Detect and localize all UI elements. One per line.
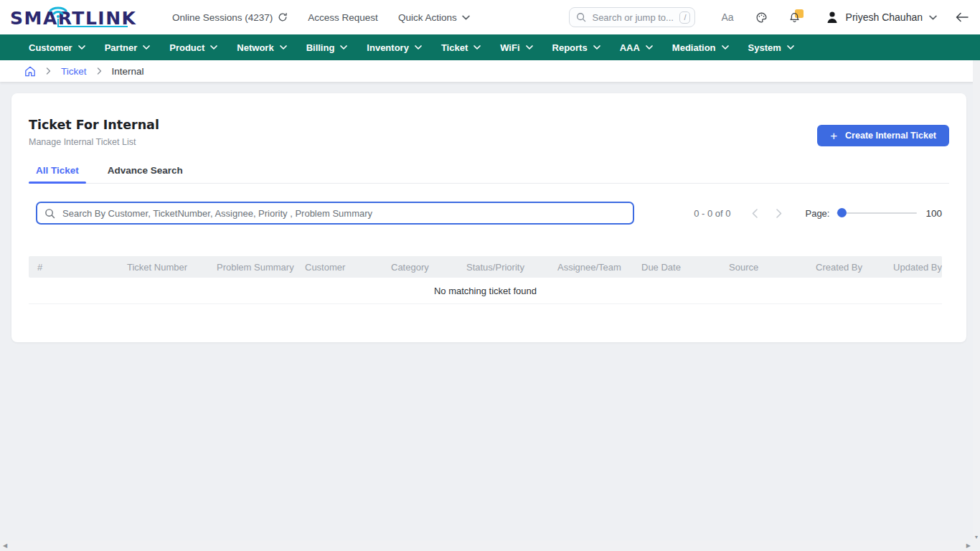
chevron-down-icon <box>78 45 85 50</box>
global-search[interactable]: / <box>569 7 695 27</box>
nav-item[interactable]: Inventory <box>367 42 422 53</box>
chevron-down-icon <box>526 45 533 50</box>
chevron-down-icon <box>340 45 347 50</box>
refresh-icon[interactable] <box>278 12 288 22</box>
avatar-icon <box>825 10 839 24</box>
access-request-label: Access Request <box>308 12 378 23</box>
chevron-down-icon <box>210 45 217 50</box>
chevron-down-icon <box>929 15 937 20</box>
slider-track <box>837 212 917 214</box>
card-header: Ticket For Internal Manage Internal Tick… <box>11 93 966 147</box>
pagination-range: 0 - 0 of 0 <box>694 208 730 219</box>
table-column-header: Updated By <box>885 262 942 273</box>
nav-item[interactable]: Partner <box>105 42 151 53</box>
title-block: Ticket For Internal Manage Internal Tick… <box>29 118 159 147</box>
horizontal-scrollbar[interactable]: ◀ ▶ <box>0 540 980 551</box>
table-header-row: # Ticket Number Problem Summary Customer… <box>29 256 942 278</box>
nav-item[interactable]: Mediation <box>672 42 729 53</box>
back-arrow-button[interactable] <box>956 12 969 22</box>
nav-item[interactable]: AAA <box>620 42 653 53</box>
chevron-right-icon <box>97 67 102 75</box>
toolbar: 0 - 0 of 0 Page: 100 <box>29 202 942 225</box>
nav-item-label: Customer <box>29 42 72 53</box>
user-name: Priyesh Chauhan <box>846 11 923 23</box>
scroll-left-icon[interactable]: ◀ <box>3 542 7 549</box>
user-menu[interactable]: Priyesh Chauhan <box>825 10 937 24</box>
theme-toggle[interactable] <box>755 11 768 24</box>
page-label: Page: <box>805 208 829 219</box>
chevron-down-icon <box>143 45 150 50</box>
quick-actions-menu[interactable]: Quick Actions <box>398 12 470 23</box>
main-nav: Customer Partner Product Network <box>0 34 980 60</box>
table-column-header: Customer <box>296 262 382 273</box>
nav-item[interactable]: Ticket <box>441 42 481 53</box>
online-sessions[interactable]: Online Sessions (4237) <box>172 12 288 23</box>
nav-item-label: Billing <box>306 42 335 53</box>
home-icon[interactable] <box>24 66 36 77</box>
nav-item-label: Partner <box>105 42 138 53</box>
bell-wrap <box>789 11 802 24</box>
chevron-down-icon <box>462 15 470 20</box>
tab-advance-search[interactable]: Advance Search <box>100 165 190 183</box>
quick-actions-label: Quick Actions <box>398 12 457 23</box>
nav-item-label: Network <box>237 42 273 53</box>
nav-item[interactable]: System <box>748 42 794 53</box>
page-size-value: 100 <box>925 208 942 219</box>
nav-item[interactable]: WiFi <box>500 42 532 53</box>
notifications-button[interactable] <box>789 11 802 24</box>
breadcrumb-current: Internal <box>112 66 144 77</box>
palette-icon <box>755 11 768 24</box>
tab-bar: All Ticket Advance Search <box>29 165 949 184</box>
previous-page-button[interactable] <box>752 209 758 218</box>
chevron-down-icon <box>473 45 481 50</box>
table-column-header: Source <box>720 262 807 273</box>
smartlink-logo[interactable]: SMARTLINK <box>10 3 133 32</box>
chevron-right-icon <box>776 209 782 218</box>
breadcrumb: Ticket Internal <box>0 60 980 82</box>
vertical-scrollbar[interactable]: ▼ <box>973 60 980 540</box>
ticket-card: Ticket For Internal Manage Internal Tick… <box>11 93 966 342</box>
header-right-group: / Aa Priyes <box>569 7 969 27</box>
ticket-search[interactable] <box>36 202 634 225</box>
next-page-button[interactable] <box>776 209 782 218</box>
arrow-left-icon <box>956 12 969 22</box>
top-header: SMARTLINK Online Sessions (4237) Access … <box>0 0 980 34</box>
chevron-down-icon <box>646 45 653 50</box>
ticket-search-input[interactable] <box>61 207 626 220</box>
page-size-slider[interactable] <box>837 208 917 218</box>
nav-item[interactable]: Billing <box>306 42 348 53</box>
table-column-header: Assignee/Team <box>549 262 633 273</box>
nav-item[interactable]: Network <box>237 42 286 53</box>
nav-item-label: AAA <box>620 42 640 53</box>
table-column-header: Category <box>382 262 458 273</box>
search-icon <box>576 12 586 22</box>
create-internal-ticket-button[interactable]: + Create Internal Ticket <box>817 125 949 146</box>
scroll-right-icon[interactable]: ▶ <box>966 542 971 549</box>
bell-icon <box>789 12 800 23</box>
tab-all-ticket[interactable]: All Ticket <box>29 165 86 183</box>
chevron-left-icon <box>752 209 758 218</box>
table-column-header: Due Date <box>633 262 720 273</box>
logo-underline <box>57 19 128 27</box>
table-column-header: Problem Summary <box>208 262 296 273</box>
scroll-down-icon[interactable]: ▼ <box>973 534 980 540</box>
create-button-label: Create Internal Ticket <box>845 131 936 141</box>
nav-item[interactable]: Product <box>169 42 217 53</box>
empty-message: No matching ticket found <box>434 286 537 296</box>
breadcrumb-link-ticket[interactable]: Ticket <box>61 66 87 77</box>
nav-item[interactable]: Customer <box>29 42 85 53</box>
nav-item-label: Inventory <box>367 42 409 53</box>
wifi-icon <box>47 2 69 18</box>
access-request-link[interactable]: Access Request <box>308 12 378 23</box>
table-column-header: Ticket Number <box>118 262 208 273</box>
chevron-right-icon <box>46 67 51 75</box>
slider-thumb[interactable] <box>837 208 847 217</box>
nav-item[interactable]: Reports <box>552 42 600 53</box>
search-icon <box>44 208 55 219</box>
text-size-toggle[interactable]: Aa <box>721 11 733 23</box>
nav-item-label: WiFi <box>500 42 519 53</box>
global-search-input[interactable] <box>590 11 675 24</box>
nav-item-label: System <box>748 42 781 53</box>
chevron-down-icon <box>722 45 729 50</box>
chevron-down-icon <box>593 45 600 50</box>
